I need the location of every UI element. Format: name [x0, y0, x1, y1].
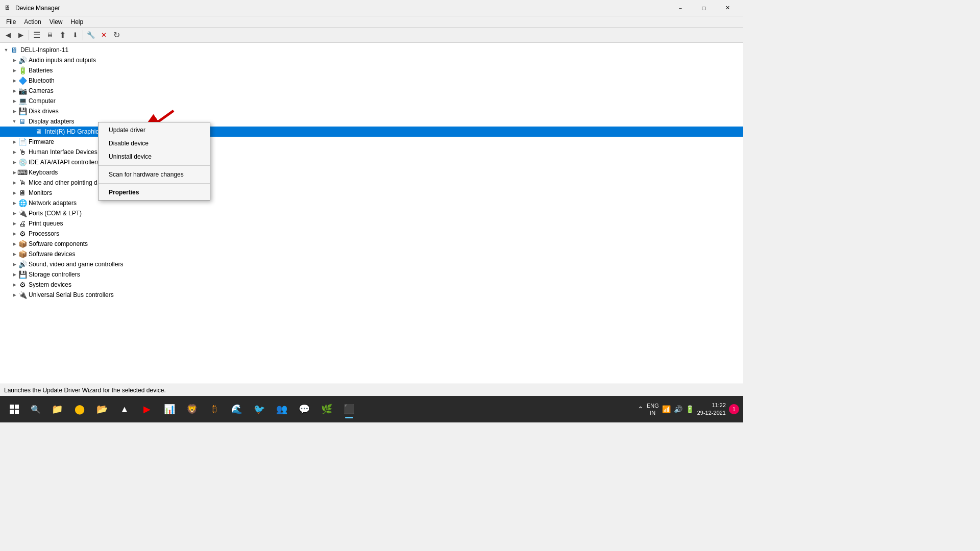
disk-label: Disk drives [29, 108, 59, 115]
mice-expand-icon: ▶ [10, 179, 18, 187]
system-expand-icon: ▶ [10, 281, 18, 289]
bluetooth-expand-icon: ▶ [10, 77, 18, 85]
taskbar-green-app[interactable]: 🌿 [316, 399, 337, 419]
software-comp-expand-icon: ▶ [10, 240, 18, 248]
sound-label: Sound, video and game controllers [29, 261, 123, 268]
menu-action[interactable]: Action [20, 17, 45, 27]
print-icon: 🖨 [18, 219, 27, 228]
context-update-driver[interactable]: Update driver [99, 123, 210, 137]
tree-item-bluetooth[interactable]: ▶ 🔷 Bluetooth [0, 76, 743, 86]
tree-item-processors[interactable]: ▶ ⚙ Processors [0, 229, 743, 239]
tree-item-software-dev[interactable]: ▶ 📦 Software devices [0, 249, 743, 259]
audio-expand-icon: ▶ [10, 56, 18, 64]
tree-item-usb[interactable]: ▶ 🔌 Universal Serial Bus controllers [0, 290, 743, 300]
taskbar-brave[interactable]: 🦁 [182, 399, 202, 419]
mice-label: Mice and other pointing d... [29, 179, 103, 186]
window-controls: − □ ✕ [669, 0, 739, 16]
taskbar-right: ⌃ ENGIN 📶 🔊 🔋 11:22 29-12-2021 1 [638, 402, 739, 417]
root-label: DELL-Inspiron-11 [20, 46, 68, 54]
ports-expand-icon: ▶ [10, 209, 18, 217]
storage-icon: 💾 [18, 270, 27, 279]
display-label: Display adapters [29, 118, 74, 125]
tree-item-system[interactable]: ▶ ⚙ System devices [0, 280, 743, 290]
menu-file[interactable]: File [2, 17, 20, 27]
tree-item-sound[interactable]: ▶ 🔊 Sound, video and game controllers [0, 259, 743, 269]
taskbar-bitcoin[interactable]: ₿ [204, 399, 225, 419]
tree-item-print[interactable]: ▶ 🖨 Print queues [0, 218, 743, 229]
clock-date: 29-12-2021 [697, 409, 726, 417]
tree-item-batteries[interactable]: ▶ 🔋 Batteries [0, 65, 743, 76]
menu-view[interactable]: View [45, 17, 67, 27]
forward-button[interactable]: ▶ [15, 29, 27, 41]
tree-root[interactable]: ▼ 🖥 DELL-Inspiron-11 [0, 45, 743, 55]
taskbar-twitter[interactable]: 🐦 [249, 399, 270, 419]
show-connection-button[interactable]: 🖥 [43, 29, 56, 41]
taskbar-sheets[interactable]: 📊 [159, 399, 180, 419]
sound-icon: 🔊 [18, 260, 27, 268]
batteries-label: Batteries [29, 67, 53, 74]
display-icon: 🖥 [18, 117, 27, 126]
taskbar-lang: ENGIN [647, 402, 659, 417]
disk-icon: 💾 [18, 107, 27, 115]
software-comp-icon: 📦 [18, 240, 27, 248]
main-content: ▼ 🖥 DELL-Inspiron-11 ▶ 🔊 Audio inputs an… [0, 43, 743, 384]
update-driver-toolbar-button[interactable]: ⬆ [56, 29, 68, 41]
taskbar-folder[interactable]: 📂 [92, 399, 112, 419]
print-expand-icon: ▶ [10, 219, 18, 228]
minimize-button[interactable]: − [669, 0, 692, 16]
start-button[interactable] [4, 399, 24, 419]
taskbar-teams[interactable]: 👥 [272, 399, 292, 419]
taskbar-drive[interactable]: ▲ [114, 399, 135, 419]
close-button[interactable]: ✕ [716, 0, 739, 16]
tree-item-audio[interactable]: ▶ 🔊 Audio inputs and outputs [0, 55, 743, 65]
tree-item-computer[interactable]: ▶ 💻 Computer [0, 96, 743, 106]
context-scan-hardware[interactable]: Scan for hardware changes [99, 168, 210, 181]
system-label: System devices [29, 281, 71, 288]
tree-item-storage[interactable]: ▶ 💾 Storage controllers [0, 269, 743, 280]
monitors-icon: 🖥 [18, 189, 27, 197]
software-dev-expand-icon: ▶ [10, 250, 18, 258]
display-expand-icon: ▼ [10, 117, 18, 126]
root-icon: 🖥 [10, 46, 18, 54]
usb-expand-icon: ▶ [10, 291, 18, 299]
keyboards-icon: ⌨ [18, 168, 27, 177]
tree-item-cameras[interactable]: ▶ 📷 Cameras [0, 86, 743, 96]
audio-label: Audio inputs and outputs [29, 57, 96, 64]
processors-icon: ⚙ [18, 230, 27, 238]
battery-icon: 🔋 [685, 405, 694, 413]
toolbar-separator-2 [83, 30, 83, 40]
taskbar-clock: 11:22 29-12-2021 [697, 402, 726, 417]
firmware-expand-icon: ▶ [10, 138, 18, 146]
hid-expand-icon: ▶ [10, 148, 18, 156]
taskbar-youtube[interactable]: ▶ [137, 399, 157, 419]
context-disable-device[interactable]: Disable device [99, 137, 210, 150]
taskbar-expand-icon[interactable]: ⌃ [638, 405, 644, 413]
taskbar-whatsapp[interactable]: 💬 [294, 399, 314, 419]
add-hardware-button[interactable]: 🔧 [85, 29, 97, 41]
menu-bar: File Action View Help [0, 16, 743, 28]
context-properties[interactable]: Properties [99, 186, 210, 199]
taskbar-app-launcher[interactable]: ⬛ [339, 399, 359, 419]
menu-help[interactable]: Help [67, 17, 88, 27]
tree-item-software-comp[interactable]: ▶ 📦 Software components [0, 239, 743, 249]
tree-item-disk-drives[interactable]: ▶ 💾 Disk drives [0, 106, 743, 116]
maximize-button[interactable]: □ [692, 0, 716, 16]
back-button[interactable]: ◀ [2, 29, 14, 41]
device-tree[interactable]: ▼ 🖥 DELL-Inspiron-11 ▶ 🔊 Audio inputs an… [0, 43, 743, 384]
rollback-button[interactable]: ⬇ [69, 29, 81, 41]
processors-expand-icon: ▶ [10, 230, 18, 238]
scan-hardware-toolbar-button[interactable]: ↻ [110, 29, 122, 41]
taskbar-file-explorer[interactable]: 📁 [47, 399, 67, 419]
speaker-icon: 🔊 [674, 405, 682, 413]
context-uninstall-device[interactable]: Uninstall device [99, 150, 210, 163]
computer-icon: 💻 [18, 97, 27, 105]
notification-badge[interactable]: 1 [729, 404, 739, 414]
tree-item-ports[interactable]: ▶ 🔌 Ports (COM & LPT) [0, 208, 743, 218]
search-button[interactable]: 🔍 [27, 400, 45, 418]
window-icon: 🖥 [4, 4, 12, 12]
remove-device-button[interactable]: ✕ [97, 29, 110, 41]
taskbar-edge[interactable]: 🌊 [227, 399, 247, 419]
cameras-label: Cameras [29, 87, 54, 94]
show-properties-button[interactable]: ☰ [31, 29, 43, 41]
taskbar-chrome[interactable]: ⬤ [69, 399, 90, 419]
